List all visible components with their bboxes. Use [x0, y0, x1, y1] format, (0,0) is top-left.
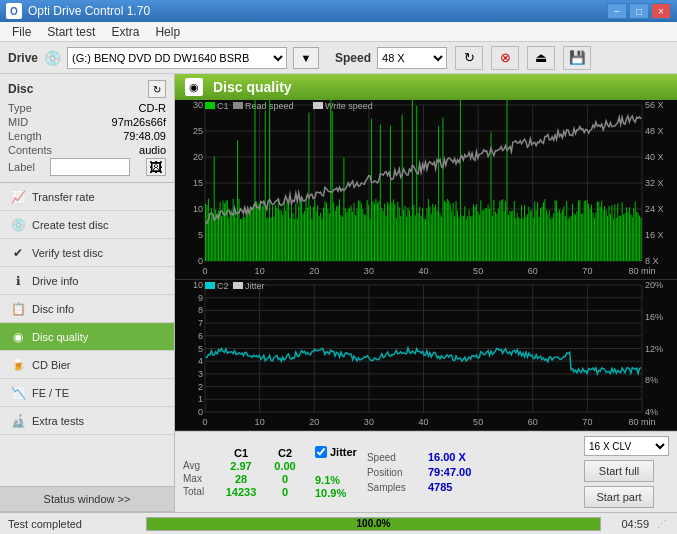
position-row: Position 79:47.00 [367, 466, 471, 478]
start-part-button[interactable]: Start part [584, 486, 654, 508]
disc-quality-header: ◉ Disc quality [175, 74, 677, 100]
main-content: Drive 💿 (G:) BENQ DVD DD DW1640 BSRB ▼ S… [0, 42, 677, 534]
nav-verify-test-disc-label: Verify test disc [32, 247, 103, 259]
speed-stat-value: 16.00 X [428, 451, 466, 463]
drive-bar: Drive 💿 (G:) BENQ DVD DD DW1640 BSRB ▼ S… [0, 42, 677, 74]
max-c2-value: 0 [263, 473, 307, 485]
nav-extra-tests[interactable]: 🔬 Extra tests [0, 407, 174, 435]
speed-selector[interactable]: 48 X Max [377, 47, 447, 69]
content-area: Disc ↻ Type CD-R MID 97m26s66f Length 79… [0, 74, 677, 512]
nav-disc-info[interactable]: 📋 Disc info [0, 295, 174, 323]
nav-cd-bier[interactable]: 🍺 CD Bier [0, 351, 174, 379]
menu-file[interactable]: File [4, 23, 39, 41]
nav-drive-info-label: Drive info [32, 275, 78, 287]
stats-bar: C1 C2 Avg 2.97 0.00 Max 28 0 Total [175, 431, 677, 512]
disc-type-value: CD-R [139, 102, 167, 114]
max-label: Max [183, 473, 219, 484]
menu-help[interactable]: Help [147, 23, 188, 41]
samples-value: 4785 [428, 481, 452, 493]
disc-mid-value: 97m26s66f [112, 116, 166, 128]
stats-table: C1 C2 Avg 2.97 0.00 Max 28 0 Total [183, 447, 307, 498]
samples-row: Samples 4785 [367, 481, 471, 493]
time-display: 04:59 [609, 518, 649, 530]
total-row: Total 14233 0 [183, 486, 307, 498]
close-button[interactable]: × [651, 3, 671, 19]
jitter-checkbox[interactable] [315, 446, 327, 458]
app-icon: O [6, 3, 22, 19]
avg-c1-value: 2.97 [219, 460, 263, 472]
nav-create-test-disc[interactable]: 💿 Create test disc [0, 211, 174, 239]
disc-length-value: 79:48.09 [123, 130, 166, 142]
disc-label-input[interactable] [50, 158, 130, 176]
drive-disc-icon: 💿 [44, 50, 61, 66]
disc-quality-header-icon: ◉ [185, 78, 203, 96]
start-full-button[interactable]: Start full [584, 460, 654, 482]
position-value: 79:47.00 [428, 466, 471, 478]
avg-row: Avg 2.97 0.00 [183, 460, 307, 472]
max-c1-value: 28 [219, 473, 263, 485]
disc-contents-value: audio [139, 144, 166, 156]
nav-fe-te-label: FE / TE [32, 387, 69, 399]
nav-verify-test-disc[interactable]: ✔ Verify test disc [0, 239, 174, 267]
nav-disc-quality[interactable]: ◉ Disc quality [0, 323, 174, 351]
c1-chart [175, 100, 677, 280]
c1-canvas [175, 100, 677, 279]
avg-label: Avg [183, 460, 219, 471]
disc-header: Disc ↻ [8, 80, 166, 98]
cd-bier-icon: 🍺 [10, 357, 26, 373]
max-jitter-value: 10.9% [315, 487, 357, 499]
drive-label: Drive [8, 51, 38, 65]
transfer-rate-icon: 📈 [10, 189, 26, 205]
disc-section: Disc ↻ Type CD-R MID 97m26s66f Length 79… [0, 74, 174, 183]
app-title: Opti Drive Control 1.70 [28, 4, 150, 18]
jitter-header: Jitter [315, 446, 357, 458]
nav-drive-info[interactable]: ℹ Drive info [0, 267, 174, 295]
save-button[interactable]: 💾 [563, 46, 591, 70]
disc-contents-label: Contents [8, 144, 52, 156]
position-label: Position [367, 467, 422, 478]
test-speed-selector[interactable]: 16 X CLV [584, 436, 669, 456]
erase-button[interactable]: ⊗ [491, 46, 519, 70]
extra-tests-icon: 🔬 [10, 413, 26, 429]
c2-column-header: C2 [263, 447, 307, 459]
nav-disc-info-label: Disc info [32, 303, 74, 315]
drive-selector[interactable]: (G:) BENQ DVD DD DW1640 BSRB [67, 47, 287, 69]
disc-mid-row: MID 97m26s66f [8, 116, 166, 128]
menu-start-test[interactable]: Start test [39, 23, 103, 41]
c2-canvas [175, 280, 677, 430]
minimize-button[interactable]: − [607, 3, 627, 19]
nav-transfer-rate[interactable]: 📈 Transfer rate [0, 183, 174, 211]
eject-button[interactable]: ⏏ [527, 46, 555, 70]
disc-quality-title: Disc quality [213, 79, 292, 95]
menu-bar: File Start test Extra Help [0, 22, 677, 42]
disc-length-label: Length [8, 130, 42, 142]
total-label: Total [183, 486, 219, 497]
status-text: Test completed [8, 518, 138, 530]
maximize-button[interactable]: □ [629, 3, 649, 19]
jitter-header-label: Jitter [330, 446, 357, 458]
status-window-button[interactable]: Status window >> [0, 486, 174, 512]
c2-chart [175, 280, 677, 431]
max-row: Max 28 0 [183, 473, 307, 485]
verify-test-disc-icon: ✔ [10, 245, 26, 261]
drive-arrow-button[interactable]: ▼ [293, 47, 319, 69]
menu-extra[interactable]: Extra [103, 23, 147, 41]
samples-label: Samples [367, 482, 422, 493]
total-c1-value: 14233 [219, 486, 263, 498]
resize-handle: ⋰ [657, 518, 669, 529]
nav-cd-bier-label: CD Bier [32, 359, 71, 371]
titlebar-left: O Opti Drive Control 1.70 [6, 3, 150, 19]
label-browse-button[interactable]: 🖼 [146, 158, 166, 176]
disc-section-title: Disc [8, 82, 33, 96]
stats-header-row: C1 C2 [183, 447, 307, 459]
disc-label-label: Label [8, 161, 35, 173]
progress-bar-container: 100.0% [146, 517, 601, 531]
create-test-disc-icon: 💿 [10, 217, 26, 233]
status-bar: Test completed 100.0% 04:59 ⋰ [0, 512, 677, 534]
drive-info-icon: ℹ [10, 273, 26, 289]
nav-transfer-rate-label: Transfer rate [32, 191, 95, 203]
nav-fe-te[interactable]: 📉 FE / TE [0, 379, 174, 407]
disc-quality-icon: ◉ [10, 329, 26, 345]
disc-refresh-button[interactable]: ↻ [148, 80, 166, 98]
refresh-button[interactable]: ↻ [455, 46, 483, 70]
